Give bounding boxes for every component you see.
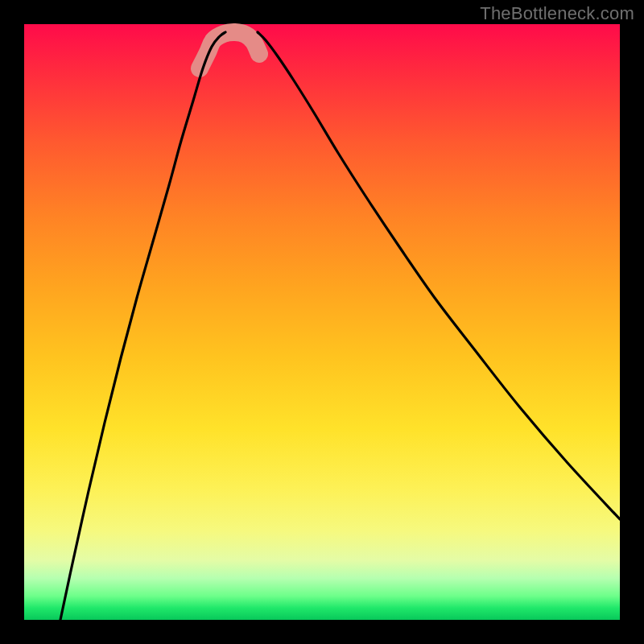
left-curve [60,32,225,620]
chart-frame: TheBottleneck.com [0,0,644,644]
curve-layer [24,24,620,620]
plot-area [24,24,620,620]
right-curve [258,32,620,519]
watermark-label: TheBottleneck.com [480,3,634,24]
